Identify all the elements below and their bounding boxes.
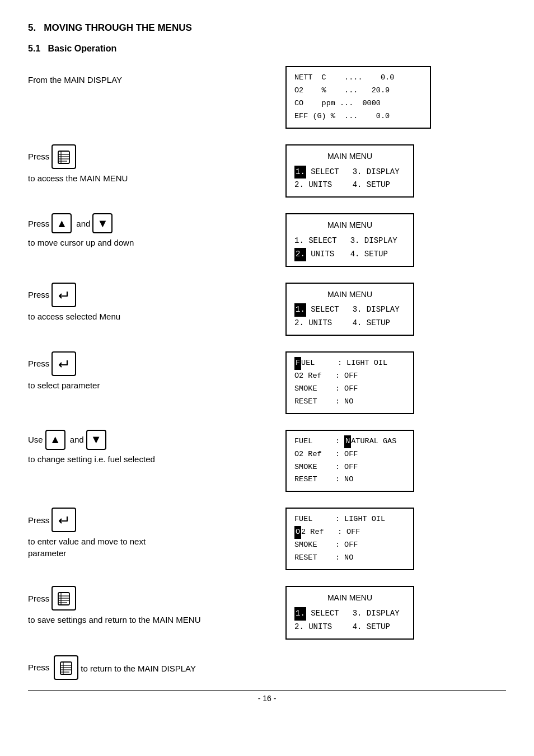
menu-item-2-units-4: 2. UNITS: [294, 621, 339, 634]
lcd-main-display: NETT C .... 0.0 O2 % ... 20.9 CO ppm ...…: [285, 66, 431, 129]
menu-item-4-setup: 4. SETUP: [353, 179, 400, 192]
up-arrow-icon-2[interactable]: ▲: [45, 430, 65, 450]
row-select-param: Press to select parameter FUEL : LIGHT O…: [28, 351, 506, 414]
access-main-menu-label: to access the MAIN MENU: [28, 172, 285, 184]
lcd-line-2: O2 % ... 20.9: [294, 84, 422, 97]
menu-item-3-display: 3. DISPLAY: [353, 166, 400, 179]
right-access-selected: MAIN MENU 1. SELECT 2. UNITS 3. DISPLAY …: [285, 283, 506, 336]
subsection-number: 5.1: [28, 44, 40, 53]
fuel2-line1: FUEL : NATURAL GAS: [294, 435, 405, 448]
section-header: 5. MOVING THROUGH THE MENUS: [28, 22, 506, 34]
row-save-settings: Press to save settings and return to the…: [28, 586, 506, 639]
lcd-menu-title-2: MAIN MENU: [294, 219, 405, 232]
lcd-menu-title-1: MAIN MENU: [294, 150, 405, 163]
svg-rect-12: [60, 662, 72, 674]
left-select-param: Press to select parameter: [28, 351, 285, 391]
lcd-menu-col2-4: 3. DISPLAY 4. SETUP: [353, 607, 400, 634]
press-word-4: Press: [28, 359, 49, 368]
section-number: 5.: [28, 22, 36, 33]
lcd-menu-items-3: 1. SELECT 2. UNITS 3. DISPLAY 4. SETUP: [294, 303, 405, 330]
lcd-menu-col2-1: 3. DISPLAY 4. SETUP: [353, 166, 400, 192]
up-arrow-icon[interactable]: ▲: [51, 213, 72, 233]
select-param-label: to select parameter: [28, 379, 285, 391]
fuel2-line4: RESET : NO: [294, 473, 405, 486]
menu-item-2-units-2: 2. UNITS: [294, 248, 337, 261]
fuel2-line2: O2 Ref : OFF: [294, 448, 405, 461]
menu-item-3-display-3: 3. DISPLAY: [353, 303, 400, 317]
use-line-arrows: Use ▲ and ▼: [28, 430, 285, 450]
fuel1-line1: FUEL : LIGHT OIL: [294, 357, 405, 370]
right-change-setting: FUEL : NATURAL GAS O2 Ref : OFF SMOKE : …: [285, 430, 506, 492]
press-word-2: Press: [28, 219, 49, 228]
lcd-menu-col1-1: 1. SELECT 2. UNITS: [294, 166, 339, 192]
enter-svg-1: [56, 287, 72, 303]
svg-rect-0: [58, 151, 69, 163]
press-line-book2: Press: [28, 586, 285, 611]
menu-item-2-units: 2. UNITS: [294, 179, 339, 192]
change-setting-label: to change setting i.e. fuel selected: [28, 453, 285, 465]
press-word-5: Press: [28, 515, 49, 525]
press-line-enter1: Press: [28, 283, 285, 307]
from-main-display-label: From the MAIN DISPLAY: [28, 74, 285, 86]
left-access-main-menu: Press to access the MAIN MENU: [28, 144, 285, 184]
book-icon-footer[interactable]: [54, 655, 78, 680]
press-line-book1: Press: [28, 144, 285, 169]
footer-divider: [28, 690, 506, 691]
press-word-6: Press: [28, 594, 49, 603]
enter-icon-3[interactable]: [51, 508, 76, 532]
menu-item-4-setup-3: 4. SETUP: [353, 317, 400, 330]
enter-svg-3: [56, 512, 72, 528]
lcd-line-3: CO ppm ... 0000: [294, 97, 422, 110]
lcd-menu-col2-3: 3. DISPLAY 4. SETUP: [353, 303, 400, 330]
enter-icon-2[interactable]: [51, 351, 76, 376]
access-selected-label: to access selected Menu: [28, 311, 285, 322]
menu-item-1-select-2: 1. SELECT: [294, 234, 337, 248]
subsection-header: 5.1 Basic Operation: [28, 44, 506, 54]
left-save-settings: Press to save settings and return to the…: [28, 586, 285, 626]
fuel2-line3: SMOKE : OFF: [294, 461, 405, 474]
lcd-menu-1: MAIN MENU 1. SELECT 2. UNITS 3. DISPLAY …: [285, 144, 414, 198]
row-access-main-menu: Press to access the MAIN MENU MAIN MENU: [28, 144, 506, 198]
cursor-updown-label: to move cursor up and down: [28, 237, 285, 248]
enter-icon-1[interactable]: [51, 283, 76, 307]
lcd-menu-items-4: 1. SELECT 2. UNITS 3. DISPLAY 4. SETUP: [294, 607, 405, 634]
left-change-setting: Use ▲ and ▼ to change setting i.e. fuel …: [28, 430, 285, 465]
book-icon-1[interactable]: [51, 144, 76, 169]
fuel1-line4: RESET : NO: [294, 396, 405, 408]
book-icon-2[interactable]: [51, 586, 76, 611]
book-svg-1: [56, 149, 72, 165]
svg-rect-6: [58, 593, 69, 605]
right-access-main-menu: MAIN MENU 1. SELECT 2. UNITS 3. DISPLAY …: [285, 144, 506, 198]
lcd-fuel-3: FUEL : LIGHT OIL O2 Ref : OFF SMOKE : OF…: [285, 508, 414, 570]
row-change-setting: Use ▲ and ▼ to change setting i.e. fuel …: [28, 430, 506, 492]
fuel3-line1: FUEL : LIGHT OIL: [294, 513, 405, 526]
lcd-menu-items-1: 1. SELECT 2. UNITS 3. DISPLAY 4. SETUP: [294, 166, 405, 192]
down-arrow-icon[interactable]: ▼: [92, 213, 113, 233]
left-cursor-updown: Press ▲ and ▼ to move cursor up and down: [28, 213, 285, 248]
menu-item-1-select: 1. SELECT: [294, 166, 339, 179]
menu-item-1-select-3: 1. SELECT: [294, 303, 339, 317]
lcd-menu-col2-2: 3. DISPLAY 4. SETUP: [350, 234, 397, 261]
subsection-title: Basic Operation: [48, 44, 117, 53]
use-word: Use: [28, 435, 43, 444]
lcd-menu-title-3: MAIN MENU: [294, 288, 405, 302]
lcd-fuel-1: FUEL : LIGHT OIL O2 Ref : OFF SMOKE : OF…: [285, 351, 414, 414]
right-main-display: NETT C .... 0.0 O2 % ... 20.9 CO ppm ...…: [285, 66, 506, 129]
page-number: - 16 -: [28, 694, 506, 703]
footer-label: to return to the MAIN DISPLAY: [81, 663, 196, 674]
menu-item-2-units-3: 2. UNITS: [294, 317, 339, 330]
down-arrow-icon-2[interactable]: ▼: [86, 430, 106, 450]
section-title: MOVING THROUGH THE MENUS: [44, 22, 191, 33]
save-settings-label: to save settings and return to the MAIN …: [28, 614, 285, 626]
and-word-2: and: [70, 435, 84, 444]
lcd-menu-col1-3: 1. SELECT 2. UNITS: [294, 303, 339, 330]
lcd-menu-col1-2: 1. SELECT 2. UNITS: [294, 234, 337, 261]
fuel3-line2: O2 Ref : OFF: [294, 526, 405, 539]
right-select-param: FUEL : LIGHT OIL O2 Ref : OFF SMOKE : OF…: [285, 351, 506, 414]
press-line-arrows: Press ▲ and ▼: [28, 213, 285, 233]
row-access-selected: Press to access selected Menu MAIN MENU …: [28, 283, 506, 336]
left-access-selected: Press to access selected Menu: [28, 283, 285, 322]
fuel3-line4: RESET : NO: [294, 552, 405, 565]
press-word-footer: Press: [28, 663, 49, 672]
enter-value-label: to enter value and move to nextparameter: [28, 536, 285, 559]
